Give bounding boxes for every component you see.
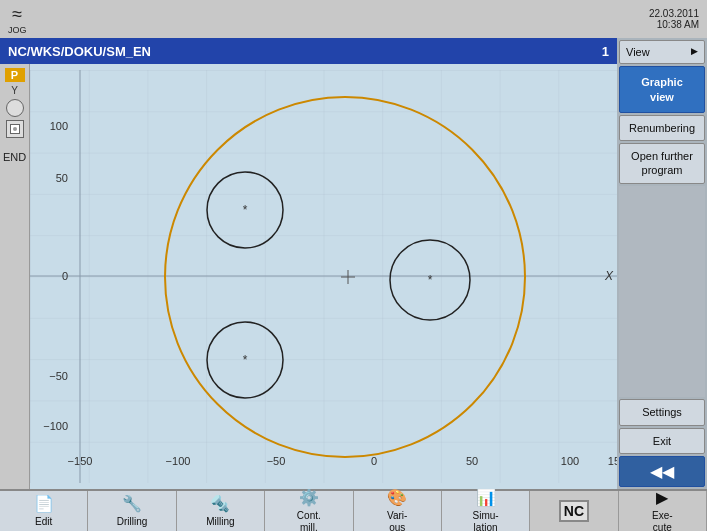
milling-button[interactable]: 🔩 Milling <box>177 491 265 531</box>
graph-svg: 100 50 0 −50 −100 −150 −100 −50 0 50 100… <box>30 64 617 489</box>
renumbering-button[interactable]: Renumbering <box>619 115 705 141</box>
date: 22.03.2011 <box>649 8 699 19</box>
svg-text:−100: −100 <box>166 455 191 467</box>
path-number: 1 <box>602 44 609 59</box>
contmill-label: Cont. mill. <box>297 510 321 531</box>
milling-label: Milling <box>206 516 234 528</box>
nc-icon: NC <box>559 500 589 523</box>
top-bar: ≈ JOG 22.03.2011 10:38 AM <box>0 0 707 38</box>
svg-text:50: 50 <box>56 172 68 184</box>
various-button[interactable]: 🎨 Vari- ous <box>354 491 442 531</box>
path-bar: NC/WKS/DOKU/SM_EN 1 <box>0 38 617 64</box>
p-label: P <box>5 68 25 82</box>
bottom-bar: 📄 Edit 🔧 Drilling 🔩 Milling ⚙️ Cont. mil… <box>0 489 707 531</box>
sidebar-spacer <box>619 186 705 398</box>
svg-text:−100: −100 <box>43 420 68 432</box>
svg-text:100: 100 <box>50 120 68 132</box>
graph-area: 100 50 0 −50 −100 −150 −100 −50 0 50 100… <box>30 64 617 489</box>
square-icon <box>6 120 24 138</box>
contmill-button[interactable]: ⚙️ Cont. mill. <box>265 491 353 531</box>
edit-button[interactable]: 📄 Edit <box>0 491 88 531</box>
drilling-label: Drilling <box>117 516 148 528</box>
drilling-button[interactable]: 🔧 Drilling <box>88 491 176 531</box>
path-text: NC/WKS/DOKU/SM_EN <box>8 44 151 59</box>
svg-text:0: 0 <box>371 455 377 467</box>
edit-label: Edit <box>35 516 52 528</box>
various-label: Vari- ous <box>387 510 407 531</box>
milling-icon: 🔩 <box>210 494 230 513</box>
simulation-label: Simu- lation <box>473 510 499 531</box>
svg-text:−50: −50 <box>49 370 68 382</box>
view-button[interactable]: View <box>619 40 705 64</box>
svg-text:*: * <box>243 353 248 367</box>
time: 10:38 AM <box>649 19 699 30</box>
open-further-program-button[interactable]: Open further program <box>619 143 705 184</box>
graphic-view-button[interactable]: Graphic view <box>619 66 705 113</box>
edit-icon: 📄 <box>34 494 54 513</box>
settings-button[interactable]: Settings <box>619 399 705 425</box>
y-label: Y <box>11 85 18 96</box>
svg-text:150: 150 <box>608 455 617 467</box>
simulation-button[interactable]: 📊 Simu- lation <box>442 491 530 531</box>
execute-icon: ▶ <box>656 488 668 507</box>
svg-text:*: * <box>428 273 433 287</box>
svg-text:*: * <box>243 203 248 217</box>
execute-button[interactable]: ▶ Exe- cute <box>619 491 707 531</box>
simulation-icon: 📊 <box>476 488 496 507</box>
nc-button[interactable]: NC <box>530 491 618 531</box>
jog-label: JOG <box>8 25 27 35</box>
execute-label: Exe- cute <box>652 510 673 531</box>
exit-button[interactable]: Exit <box>619 428 705 454</box>
end-label: END <box>3 151 26 163</box>
svg-text:100: 100 <box>561 455 579 467</box>
contmill-icon: ⚙️ <box>299 488 319 507</box>
svg-text:−150: −150 <box>68 455 93 467</box>
left-panel: P Y END <box>0 64 30 489</box>
svg-text:0: 0 <box>62 270 68 282</box>
datetime: 22.03.2011 10:38 AM <box>649 8 699 30</box>
jog-area: ≈ JOG <box>8 4 27 35</box>
right-sidebar: View Graphic view Renumbering Open furth… <box>617 38 707 489</box>
svg-text:50: 50 <box>466 455 478 467</box>
various-icon: 🎨 <box>387 488 407 507</box>
svg-text:−50: −50 <box>267 455 286 467</box>
drilling-icon: 🔧 <box>122 494 142 513</box>
circle-icon <box>6 99 24 117</box>
svg-text:X: X <box>604 269 614 283</box>
double-arrow-button[interactable]: ◀◀ <box>619 456 705 487</box>
